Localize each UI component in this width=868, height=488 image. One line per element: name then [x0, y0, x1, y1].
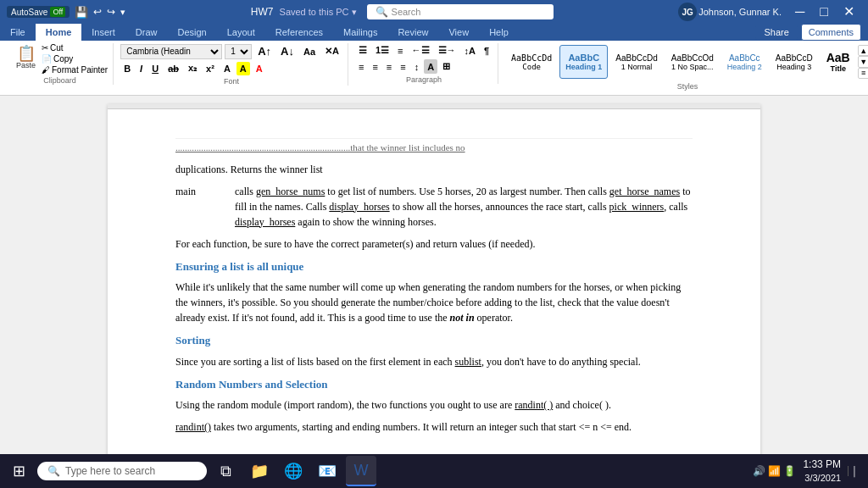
align-left-button[interactable]: ≡ — [355, 59, 367, 74]
bullets-button[interactable]: ☰ — [355, 43, 370, 58]
line-spacing-button[interactable]: ↕ — [411, 59, 423, 74]
randint-link[interactable]: randint( ) — [515, 399, 553, 411]
font-family-select[interactable]: Cambria (Headin — [120, 44, 222, 59]
para-sorting: Since you are sorting a list of lists ba… — [175, 354, 693, 369]
title-bar-center: HW7 Saved to this PC ▾ 🔍 Search — [251, 4, 554, 19]
subscript-button[interactable]: x₂ — [185, 61, 200, 75]
randint-desc-link[interactable]: randint() — [175, 421, 211, 433]
tab-review[interactable]: Review — [387, 24, 438, 41]
text-highlight-button[interactable]: A — [236, 62, 250, 75]
shading-button[interactable]: A — [424, 59, 437, 74]
borders-button[interactable]: ⊞ — [439, 59, 453, 74]
para-function-note: For each function, be sure to have the c… — [175, 236, 693, 252]
minimize-button[interactable]: ─ — [788, 2, 811, 22]
taskbar-right: 🔊 📶 🔋 1:33 PM 3/3/2021 │ — [753, 458, 865, 484]
search-box[interactable]: 🔍 Search — [367, 4, 554, 19]
edge-button[interactable]: 🌐 — [278, 456, 309, 486]
tab-design[interactable]: Design — [167, 24, 216, 41]
style-heading1[interactable]: AaBbC Heading 1 — [559, 45, 608, 79]
align-right-button[interactable]: ≡ — [383, 59, 395, 74]
tab-help[interactable]: Help — [479, 24, 519, 41]
decrease-indent-button[interactable]: ←☰ — [409, 43, 433, 58]
date: 3/3/2021 — [803, 472, 841, 484]
customize-icon[interactable]: ▾ — [120, 7, 125, 18]
underline-button[interactable]: U — [148, 62, 162, 75]
shrink-font-button[interactable]: A↓ — [277, 43, 298, 59]
pick-winners-link[interactable]: pick_winners — [609, 201, 665, 213]
grow-font-button[interactable]: A↑ — [254, 43, 275, 59]
multilevel-button[interactable]: ≡ — [394, 43, 406, 58]
styles-scroll-up[interactable]: ▲ — [858, 45, 868, 56]
style-normal-preview: AaBbCcDd — [615, 53, 657, 63]
tab-layout[interactable]: Layout — [217, 24, 265, 41]
superscript-button[interactable]: x² — [203, 62, 218, 75]
change-case-button[interactable]: Aa — [300, 45, 319, 58]
bold-button[interactable]: B — [120, 62, 134, 75]
sort-button[interactable]: ↕A — [461, 43, 479, 58]
justify-button[interactable]: ≡ — [397, 59, 409, 74]
get-horse-names-link[interactable]: get_horse_names — [609, 186, 680, 197]
page1-content[interactable]: ........................................… — [175, 138, 693, 435]
close-button[interactable]: ✕ — [837, 2, 861, 22]
comments-button[interactable]: Comments — [801, 24, 861, 41]
start-button[interactable]: ⊞ — [3, 456, 34, 486]
show-marks-button[interactable]: ¶ — [481, 43, 492, 58]
style-normal-label: 1 Normal — [621, 63, 653, 71]
paste-icon: 📋 — [17, 46, 36, 61]
mail-button[interactable]: 📧 — [312, 456, 342, 486]
style-code[interactable]: AaBbCcDd Code — [505, 45, 558, 79]
heading-random: Random Numbers and Selection — [175, 376, 693, 393]
style-code-label: Code — [522, 63, 541, 71]
align-center-button[interactable]: ≡ — [369, 59, 381, 74]
explorer-button[interactable]: 📁 — [244, 456, 275, 486]
show-desktop-button[interactable]: │ — [848, 466, 858, 476]
clock[interactable]: 1:33 PM 3/3/2021 — [803, 458, 841, 484]
taskbar-search-icon: 🔍 — [47, 465, 60, 477]
save-icon[interactable]: 💾 — [75, 6, 88, 19]
task-view-button[interactable]: ⧉ — [210, 456, 241, 486]
tab-file[interactable]: File — [0, 24, 36, 41]
copy-label: Copy — [53, 54, 73, 64]
restore-button[interactable]: □ — [813, 2, 835, 22]
tab-draw[interactable]: Draw — [125, 24, 168, 41]
font-color-button[interactable]: A — [253, 62, 266, 75]
style-heading3-preview: AaBbCcD — [776, 53, 813, 63]
sublist-link[interactable]: sublist — [455, 356, 481, 368]
taskbar-search[interactable]: 🔍 Type here to search — [37, 462, 207, 480]
tab-mailings[interactable]: Mailings — [333, 24, 387, 41]
clear-format-button[interactable]: ✕A — [321, 44, 342, 58]
undo-icon[interactable]: ↩ — [93, 6, 102, 18]
gen-horse-nums-link[interactable]: gen_horse_nums — [256, 186, 325, 197]
font-size-select[interactable]: 16 — [225, 44, 252, 59]
tab-view[interactable]: View — [438, 24, 479, 41]
search-placeholder: Search — [392, 7, 421, 17]
share-button[interactable]: Share — [755, 25, 797, 40]
redo-icon[interactable]: ↪ — [107, 6, 115, 18]
increase-indent-button[interactable]: ☰→ — [435, 43, 459, 58]
cut-label: Cut — [50, 43, 64, 53]
tab-insert[interactable]: Insert — [81, 24, 125, 41]
tab-home[interactable]: Home — [36, 24, 82, 41]
para-duplications: duplications. Returns the winner list — [175, 162, 693, 177]
style-heading2[interactable]: AaBbCc Heading 2 — [721, 45, 768, 79]
style-normal[interactable]: AaBbCcDd 1 Normal — [609, 45, 663, 79]
truncated-text: ........................................… — [175, 142, 465, 152]
styles-scroll-down[interactable]: ▼ — [858, 56, 868, 67]
style-title[interactable]: AaB Title — [821, 45, 856, 79]
strikethrough-button[interactable]: ab — [164, 62, 182, 75]
word-button[interactable]: W — [346, 456, 376, 486]
display-horses-link2[interactable]: display_horses — [235, 216, 295, 228]
styles-expand[interactable]: ≡ — [858, 68, 868, 79]
user-name: Johnson, Gunnar K. — [698, 7, 782, 17]
tab-references[interactable]: References — [265, 24, 333, 41]
paste-button[interactable]: 📋 Paste — [12, 43, 40, 72]
autosave-badge[interactable]: AutoSave Off — [7, 6, 70, 18]
style-heading3[interactable]: AaBbCcD Heading 3 — [770, 45, 819, 79]
text-effect-button[interactable]: A — [220, 62, 234, 75]
autosave-status[interactable]: Off — [50, 7, 65, 17]
italic-button[interactable]: I — [136, 62, 146, 75]
numbering-button[interactable]: 1☰ — [372, 43, 392, 58]
document-area: ........................................… — [0, 96, 868, 470]
display-horses-link1[interactable]: display_horses — [329, 201, 389, 213]
style-nospace[interactable]: AaBbCcOd 1 No Spac... — [665, 45, 720, 79]
